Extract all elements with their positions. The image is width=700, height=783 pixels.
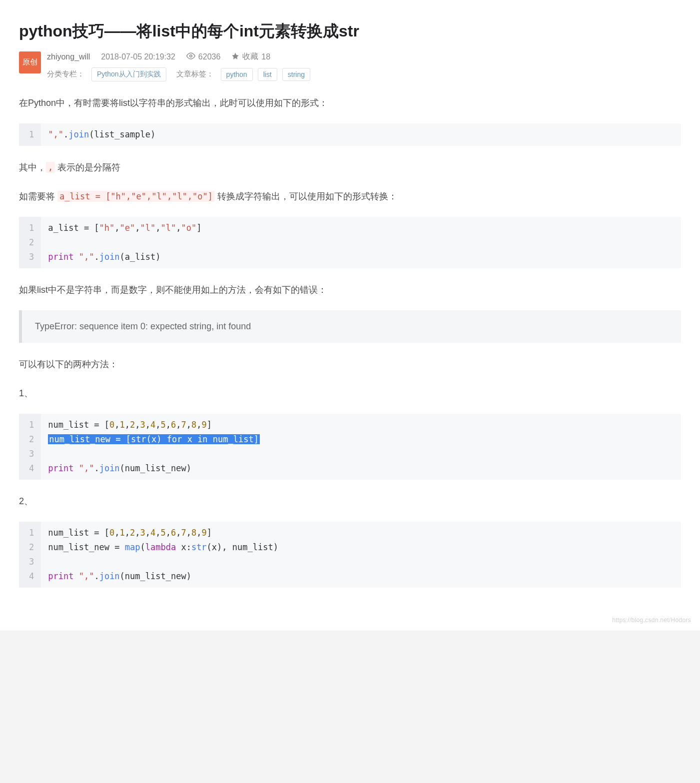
article-title: python技巧——将list中的每个int元素转换成str [19,20,681,42]
timestamp: 2018-07-05 20:19:32 [101,52,175,61]
code-block-2: 1 2 3 a_list = ["h","e","l","l","o"] pri… [19,217,681,268]
svg-point-0 [190,55,192,57]
text: 表示的是分隔符 [55,162,120,172]
tags-label: 文章标签： [176,69,214,79]
favorites-label: 收藏 [242,51,258,62]
paragraph: 在Python中，有时需要将list以字符串的形式输出，此时可以使用如下的形式： [19,94,681,111]
code-body: a_list = ["h","e","l","l","o"] print ","… [41,217,208,268]
tag-pill[interactable]: string [282,68,310,81]
inline-code: , [46,162,55,173]
line-numbers: 1 2 3 4 [19,522,41,588]
line-numbers: 1 2 3 [19,217,41,268]
line-numbers: 1 2 3 4 [19,414,41,480]
category-pill[interactable]: Python从入门到实践 [91,67,166,81]
eye-icon [186,51,195,62]
views-number: 62036 [198,52,221,61]
text: 其中， [19,162,46,172]
code-block-4: 1 2 3 4 num_list = [0,1,2,3,4,5,6,7,8,9]… [19,522,681,588]
paragraph: 如果list中不是字符串，而是数字，则不能使用如上的方法，会有如下的错误： [19,281,681,298]
paragraph: 如需要将 a_list = ["h","e","l","l","o"] 转换成字… [19,188,681,205]
original-badge: 原创 [19,51,41,73]
code-body: ",".join(list_sample) [41,123,162,146]
meta-rows: zhiyong_will 2018-07-05 20:19:32 62036 收… [47,51,681,81]
star-icon [231,52,239,62]
favorites[interactable]: 收藏 18 [231,51,270,62]
code-block-3: 1 2 3 4 num_list = [0,1,2,3,4,5,6,7,8,9]… [19,414,681,480]
paragraph: 可以有以下的两种方法： [19,356,681,373]
watermark: https://blog.csdn.net/Hodors [612,617,691,624]
code-block-1: 1 ",".join(list_sample) [19,123,681,146]
meta-row-2: 分类专栏： Python从入门到实践 文章标签： python list str… [47,67,681,81]
list-marker: 1、 [19,385,681,402]
tag-pill[interactable]: list [258,68,277,81]
tag-pill[interactable]: python [221,68,253,81]
article-body: 在Python中，有时需要将list以字符串的形式输出，此时可以使用如下的形式：… [19,94,681,588]
article-container: python技巧——将list中的每个int元素转换成str 原创 zhiyon… [0,0,700,631]
inline-code: a_list = ["h","e","l","l","o"] [57,191,215,202]
code-body: num_list = [0,1,2,3,4,5,6,7,8,9] num_lis… [41,414,267,480]
meta-block: 原创 zhiyong_will 2018-07-05 20:19:32 6203… [19,51,681,81]
paragraph: 其中，, 表示的是分隔符 [19,159,681,176]
text: 如需要将 [19,191,57,201]
favorites-count: 18 [261,52,270,61]
code-body: num_list = [0,1,2,3,4,5,6,7,8,9] num_lis… [41,522,285,588]
text: 转换成字符输出，可以使用如下的形式转换： [215,191,397,201]
meta-row-1: zhiyong_will 2018-07-05 20:19:32 62036 收… [47,51,681,62]
error-quote: TypeError: sequence item 0: expected str… [19,310,681,343]
author-link[interactable]: zhiyong_will [47,52,90,61]
category-label: 分类专栏： [47,69,84,79]
views-count: 62036 [186,51,221,62]
line-numbers: 1 [19,123,41,146]
list-marker: 2、 [19,493,681,510]
